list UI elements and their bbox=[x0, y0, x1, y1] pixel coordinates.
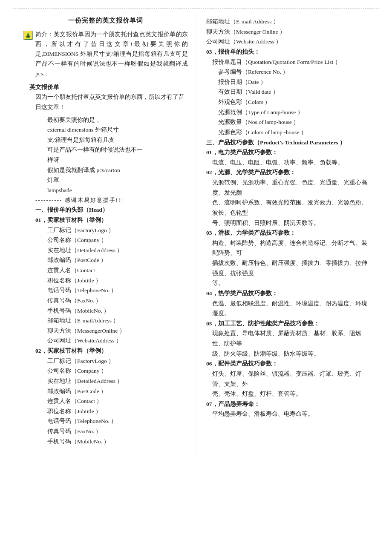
right-line-5: 参考编号（Reference No. ） bbox=[206, 67, 371, 77]
left-line-30: 电话号码（TelephoneNo. ） bbox=[35, 416, 188, 426]
left-line-20: 邮箱地址（E-mailAddress ） bbox=[35, 316, 188, 326]
right-line-10: 光源数量（Nos.of lamp-house ） bbox=[206, 117, 371, 127]
left-column: 一份完整的英文报价单词 简介：英文报价单因为一个朋友托付查点英文报价单的东西，所… bbox=[13, 13, 196, 451]
right-line-29: 灯头、灯座、保险丝、镇流器、变压器、灯罩、玻壳、灯管、支架、外 bbox=[206, 369, 371, 389]
left-line-15: 连贯人名（Contact bbox=[35, 265, 188, 276]
right-line-31: 07，产品愚弄寿命： bbox=[206, 399, 371, 409]
page-container: 一份完整的英文报价单词 简介：英文报价单因为一个朋友托付查点英文报价单的东西，所… bbox=[0, 9, 392, 460]
left-line-0: 最初要关照你的是， bbox=[35, 115, 188, 125]
left-line-3: 可是产品不一样有的时候说法也不一 bbox=[35, 145, 188, 155]
left-line-11: 工厂标记（FactoryLogo ） bbox=[35, 225, 188, 236]
left-line-1: external dimensions 外箱尺寸 bbox=[35, 125, 188, 135]
right-line-20: 构造、封装阵势、构造高度、连合构造标记、分断才气、装配阵势、可 bbox=[206, 238, 371, 258]
left-line-27: 邮政编码（PostCode ） bbox=[35, 386, 188, 397]
main-box: 一份完整的英文报价单词 简介：英文报价单因为一个朋友托付查点英文报价单的东西，所… bbox=[13, 9, 379, 456]
right-line-12: 三、产品技巧参数（Product's Technical Parameters … bbox=[206, 138, 371, 148]
left-line-22: 公司网址（WebsiteAddress ） bbox=[35, 336, 188, 346]
left-line-24: 工厂标记（FactoryLogo ） bbox=[35, 356, 188, 366]
right-line-1: 聊天方法（Messenger Online ） bbox=[206, 27, 371, 37]
left-line-18: 传真号码（FaxNo. ） bbox=[35, 296, 188, 306]
left-line-8: ---------- 感谢木易好意援手!!! bbox=[35, 196, 188, 205]
right-line-8: 外观色彩（Colors ） bbox=[206, 97, 371, 107]
right-column: 邮箱地址（E-mail Address ）聊天方法（Messenger Onli… bbox=[196, 13, 379, 451]
right-line-4: 报价单题目（Quotation/Quotation Form/Price Lis… bbox=[206, 57, 371, 67]
left-line-14: 邮政编码（PostCode ） bbox=[35, 255, 188, 265]
right-line-22: 等。 bbox=[206, 278, 371, 288]
right-line-30: 壳、壳体、灯盘、灯杆、套管等。 bbox=[206, 389, 371, 399]
right-line-28: 06，配件类产品技巧参数： bbox=[206, 359, 371, 369]
left-line-26: 实在地址（DetailedAddress ） bbox=[35, 376, 188, 386]
right-line-17: 色、流明呵护系数、有效光照范围、发光效力、光源色粉、波长、色轮型 bbox=[206, 198, 371, 218]
right-lines: 邮箱地址（E-mail Address ）聊天方法（Messenger Onli… bbox=[206, 17, 371, 419]
right-line-2: 公司网址（Website Address ） bbox=[206, 37, 371, 47]
intro-block: 简介：英文报价单因为一个朋友托付查点英文报价单的东西，所以才有了昔日这文章!最初… bbox=[23, 30, 188, 79]
left-line-5: 假如是我就翻译成 pcs/carton bbox=[35, 165, 188, 175]
left-line-13: 实在地址（DetailedAddress ） bbox=[35, 245, 188, 256]
left-line-2: 支/箱理当是指每箱有几支 bbox=[35, 135, 188, 145]
right-line-9: 光源范例（Type of Lamp-house ） bbox=[206, 107, 371, 118]
page-title: 一份完整的英文报价单词 bbox=[23, 17, 188, 25]
right-line-21: 插拔次数、耐压特色、耐压强度、插拔力、零插拔力、拉伸强度、抗张强度 bbox=[206, 258, 371, 278]
left-line-9: 一、报价单的头部（Head） bbox=[35, 205, 188, 215]
left-line-12: 公司名称（Company ） bbox=[35, 235, 188, 245]
left-line-17: 电话号码（TelephoneNo. ） bbox=[35, 285, 188, 296]
left-line-16: 职位名称（Jobtitle ） bbox=[35, 276, 188, 286]
left-line-19: 手机号码（MobileNo. ） bbox=[35, 306, 188, 316]
left-line-7: lampshade bbox=[35, 185, 188, 196]
right-line-32: 平均愚弄寿命、滑板寿命、电寿命等。 bbox=[206, 409, 371, 419]
left-line-4: 样呀 bbox=[35, 155, 188, 165]
right-line-0: 邮箱地址（E-mail Address ） bbox=[206, 17, 371, 27]
intro-text: 简介：英文报价单因为一个朋友托付查点英文报价单的东西，所以才有了昔日这文章!最初… bbox=[35, 30, 188, 79]
right-line-15: 02，光源、光学类产品技巧参数： bbox=[206, 167, 371, 178]
right-line-18: 号、照明面积、日照时辰、阴沉天数等。 bbox=[206, 218, 371, 228]
left-line-29: 职位名称（Jobtitle ） bbox=[35, 406, 188, 417]
left-line-21: 聊天方法（MessengerOnline ） bbox=[35, 326, 188, 336]
right-line-13: 01，电力类产品技巧参数： bbox=[206, 147, 371, 158]
logo-icon bbox=[23, 31, 33, 40]
left-line-25: 公司名称（Company ） bbox=[35, 366, 188, 376]
right-line-23: 04，热学类产品技巧参数： bbox=[206, 288, 371, 299]
right-line-16: 光源范例、光源功率、重心光强、色度、光通量、光重心高度、发光颜 bbox=[206, 178, 371, 198]
left-line-31: 传真号码（FaxNo. ） bbox=[35, 426, 188, 437]
section1-title: 英文报价单 因为一个朋友托付查点英文报价单的东西，所以才有了昔日这文章！ bbox=[23, 82, 188, 112]
right-line-27: 级、防火等级、防潮等级、防水等级等。 bbox=[206, 349, 371, 359]
right-line-19: 03，滑板、力学类产品技巧参数： bbox=[206, 228, 371, 238]
left-lines: 最初要关照你的是，external dimensions 外箱尺寸支/箱理当是指… bbox=[23, 115, 188, 447]
right-line-24: 色温、最低相联温度、耐温性、环境温度、耐热温度、环境湿度。 bbox=[206, 299, 371, 319]
right-line-3: 03，报价单的抬头： bbox=[206, 47, 371, 57]
right-line-25: 05，加工工艺、防护性能类产品技巧参数： bbox=[206, 319, 371, 329]
right-line-26: 现象处置、导电体材质、屏蔽壳材质、基材、胶系、阻燃性、防护等 bbox=[206, 328, 371, 348]
right-line-6: 报价日期（Date ） bbox=[206, 77, 371, 87]
left-line-23: 02，买家枝节材料（举例） bbox=[35, 346, 188, 356]
right-line-14: 电流、电压、电阻、电弧、功率、频率、负载等。 bbox=[206, 158, 371, 168]
left-line-32: 手机号码（MobileNo. ） bbox=[35, 437, 188, 447]
right-line-7: 有效日期（Valid date ） bbox=[206, 87, 371, 97]
left-line-10: 01，卖家枝节材料（举例） bbox=[35, 215, 188, 225]
right-line-11: 光源色彩（Colors of lamp -house ） bbox=[206, 127, 371, 138]
left-line-6: 灯罩 bbox=[35, 175, 188, 185]
left-line-28: 连贯人名（Contact ） bbox=[35, 396, 188, 406]
